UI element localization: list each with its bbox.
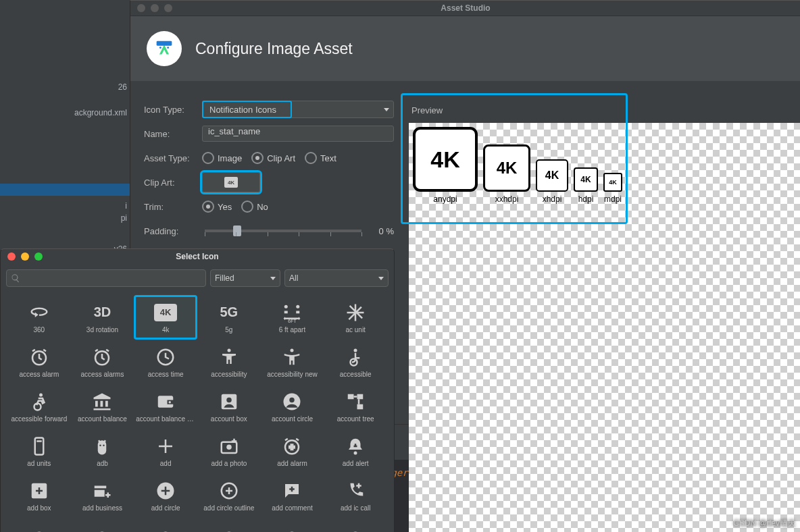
icon-option[interactable]: add box — [7, 473, 71, 518]
5g-icon: 5G — [220, 302, 238, 323]
icon-option[interactable]: account tree — [324, 384, 387, 429]
slider-thumb-icon[interactable] — [233, 225, 241, 236]
icon-option[interactable] — [134, 518, 197, 532]
chevron-down-icon — [378, 277, 384, 280]
icon-option[interactable]: add circle — [134, 473, 197, 518]
picker-titlebar[interactable]: Select Icon — [1, 249, 394, 264]
icon-option[interactable]: accessible — [324, 340, 387, 384]
icon-option[interactable]: ad units — [7, 429, 71, 473]
watermark: CSDN @dev晴天 — [733, 518, 796, 529]
icon-option[interactable]: 5G5g — [197, 295, 261, 340]
icon-label: 5g — [225, 326, 232, 334]
zoom-icon[interactable] — [34, 252, 43, 261]
svg-rect-0 — [157, 41, 172, 46]
svg-point-29 — [226, 444, 232, 450]
icon-option[interactable]: add alarm — [261, 429, 324, 473]
icon-option[interactable]: 6FT6 ft apart — [261, 295, 324, 340]
asset-type-clipart-radio[interactable]: Clip Art — [251, 152, 295, 164]
icon-option[interactable]: add a photo — [197, 429, 261, 473]
icon-label: 6 ft apart — [279, 326, 305, 334]
clipart-picker-button[interactable]: 4K — [202, 172, 260, 192]
svg-point-27 — [103, 444, 105, 446]
select-icon-dialog: Select Icon Filled All 3603D3d rotation4… — [0, 248, 395, 532]
trim-yes-radio[interactable]: Yes — [202, 201, 232, 213]
icon-option[interactable]: 3D3d rotation — [71, 295, 134, 340]
icon-option[interactable]: access time — [134, 340, 197, 384]
minimize-icon[interactable] — [21, 252, 29, 261]
svg-point-1 — [159, 47, 161, 49]
icon-label: add business — [82, 504, 122, 512]
icon-label: ac unit — [345, 326, 365, 334]
icon-option[interactable]: add — [134, 429, 197, 473]
icon-option[interactable] — [7, 518, 71, 532]
android-studio-icon — [147, 31, 182, 66]
icon-label: add box — [27, 504, 51, 512]
svg-point-3 — [284, 304, 288, 308]
name-input[interactable]: ic_stat_name — [202, 126, 394, 142]
ad-units-icon — [29, 435, 49, 457]
asset-type-image-radio[interactable]: Image — [202, 152, 242, 164]
access-alarms-icon — [92, 346, 112, 368]
category-filter-select[interactable]: All — [284, 269, 389, 287]
close-icon[interactable] — [7, 252, 16, 261]
add-alarm-icon — [282, 435, 302, 457]
icon-option[interactable]: add circle outline — [197, 473, 261, 518]
page-title: Configure Image Asset — [195, 40, 353, 58]
trim-radio-group: Yes No — [202, 201, 268, 213]
minimize-icon[interactable] — [151, 4, 159, 12]
svg-point-31 — [354, 451, 357, 454]
account-balance-icon — [92, 391, 112, 413]
svg-point-9 — [291, 348, 294, 352]
icon-option[interactable]: accessible forward — [7, 384, 71, 429]
icon-option[interactable]: adb — [71, 429, 134, 473]
add-circle-icon — [155, 480, 176, 502]
icon-label: accessibility new — [267, 371, 317, 378]
icon-option[interactable]: account balance — [71, 384, 134, 429]
trim-no-radio[interactable]: No — [241, 201, 268, 213]
preview-4k-icon: 4K — [536, 159, 568, 192]
svg-point-8 — [227, 348, 230, 352]
icon-option[interactable]: add ic call — [324, 473, 387, 518]
icon-label: 360 — [33, 326, 45, 334]
icon-option[interactable]: accessibility — [197, 340, 261, 384]
icon-label: accessible forward — [11, 415, 67, 423]
icon-option[interactable]: add business — [71, 473, 134, 518]
icon-option[interactable]: 4K4k — [134, 295, 197, 340]
icon-option[interactable]: access alarm — [7, 340, 71, 384]
icon-option[interactable] — [71, 518, 134, 532]
search-input[interactable] — [6, 269, 206, 287]
window-controls[interactable] — [1, 252, 43, 261]
icon-option[interactable] — [324, 518, 387, 532]
icon-label: add alarm — [277, 460, 307, 467]
icon-option[interactable]: add comment — [261, 473, 324, 518]
zoom-icon[interactable] — [164, 4, 172, 12]
icon-label: adb — [97, 460, 108, 467]
asset-type-text-radio[interactable]: Text — [305, 152, 336, 164]
add-circle-outline-icon — [219, 480, 239, 502]
4k-icon: 4K — [154, 302, 177, 323]
padding-slider[interactable] — [205, 230, 361, 232]
add-comment-icon — [282, 480, 302, 502]
icon-label: add comment — [272, 504, 313, 512]
6-ft-apart-icon: 6FT — [282, 302, 302, 323]
chevron-down-icon — [384, 108, 389, 111]
svg-rect-23 — [357, 404, 364, 409]
icon-type-select[interactable]: Notification Icons — [202, 101, 394, 118]
icon-option[interactable]: 360 — [7, 295, 71, 340]
icon-option[interactable]: ac unit — [324, 295, 387, 340]
close-icon[interactable] — [137, 4, 145, 12]
style-filter-select[interactable]: Filled — [210, 269, 280, 287]
icon-option[interactable]: access alarms — [71, 340, 134, 384]
icon-option[interactable] — [197, 518, 261, 532]
icon-option[interactable]: account circle — [261, 384, 324, 429]
window-controls[interactable] — [130, 4, 172, 12]
icon-label: accessibility — [211, 371, 247, 378]
icon-option[interactable]: accessibility new — [261, 340, 324, 384]
icon-label: add ic call — [341, 504, 370, 512]
icon-option[interactable]: account balance walle — [134, 384, 197, 429]
icon-option[interactable] — [261, 518, 324, 532]
asset-type-label: Asset Type: — [144, 153, 202, 163]
icon-option[interactable]: account box — [197, 384, 261, 429]
dialog-titlebar[interactable]: Asset Studio — [130, 1, 800, 16]
icon-option[interactable]: add alert — [324, 429, 387, 473]
